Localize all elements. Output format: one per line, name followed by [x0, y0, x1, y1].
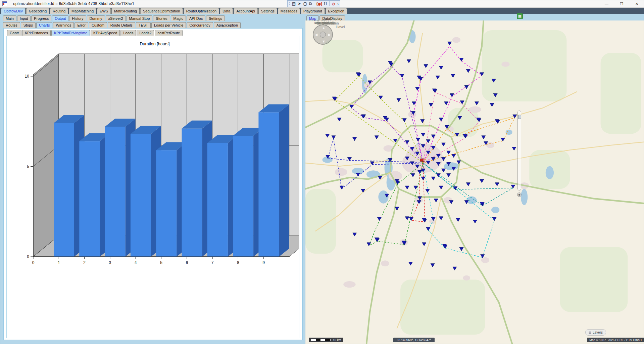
tab-output[interactable]: Output — [52, 15, 68, 21]
tab-playground[interactable]: Playground — [301, 8, 325, 14]
tab-charts[interactable]: Charts — [36, 22, 52, 28]
urban-area — [452, 37, 460, 43]
chart-x-tick-label: 1 — [58, 260, 60, 265]
lake — [521, 189, 528, 205]
title-bar: optimizationIdentifier.Id = 6d3e3cb5-3eb… — [0, 0, 644, 8]
tab-test[interactable]: TEST — [136, 22, 151, 28]
visibility-icon[interactable]: ◉ — [517, 192, 522, 197]
urban-area — [501, 61, 509, 67]
tab-api-doc[interactable]: API Doc — [187, 15, 205, 21]
scale-bar-segments — [311, 339, 331, 341]
tab-warnings[interactable]: Warnings — [53, 22, 74, 28]
tab-routing[interactable]: Routing — [50, 8, 68, 14]
tab-loads[interactable]: Loads — [120, 30, 136, 36]
tab-custom[interactable]: Custom — [89, 22, 107, 28]
chart-group-box: GanttKPI:DistancesKPI:TotalDrivingtimeKP… — [3, 28, 303, 340]
tab-history[interactable]: History — [69, 15, 86, 21]
tab-progress[interactable]: Progress — [31, 15, 51, 21]
scale-bar: 10 km — [309, 338, 343, 342]
scale-bar-label: 10 km — [333, 338, 341, 342]
tab-loads2[interactable]: Loads2 — [137, 30, 154, 36]
chart-x-tick-label: 4 — [135, 260, 137, 265]
tab-main[interactable]: Main — [3, 15, 16, 21]
tab-routes[interactable]: Routes — [3, 22, 20, 28]
tab-input[interactable]: Input — [17, 15, 31, 21]
tab-kpi-avgspeed[interactable]: KPI:AvgSpeed — [91, 30, 120, 36]
tab-data[interactable]: Data — [220, 8, 233, 14]
forest-area — [482, 30, 567, 101]
urban-area — [335, 168, 347, 176]
map-pan-compass[interactable]: ▲ ▼ ◀ ▶ — [313, 25, 333, 45]
tab-matrixrouting[interactable]: MatrixRouting — [111, 8, 140, 14]
zoom-slider-handle[interactable] — [518, 115, 521, 119]
tab-manual-stop[interactable]: Manual Stop — [127, 15, 153, 21]
chart-x-tick-label: 5 — [160, 260, 162, 265]
show-layout-icon[interactable]: ▢ — [303, 1, 307, 7]
bar-front-face — [54, 123, 74, 257]
tab-loads-per-vehicle[interactable]: Loads per Vehicle — [151, 22, 186, 28]
tab-gantt[interactable]: Gantt — [7, 30, 21, 36]
tab-costperroute[interactable]: costPerRoute — [155, 30, 183, 36]
tab-magic[interactable]: Magic — [171, 15, 186, 21]
toolbar-grip-icon[interactable]: ⁞⁞ — [289, 2, 290, 5]
tab-optflowdev[interactable]: OptflowDev — [1, 8, 26, 14]
pan-down-icon[interactable]: ▼ — [322, 40, 326, 43]
map-canvas[interactable]: Wittstock/Dosse○ Fürstenberg/HavelTempli… — [305, 20, 644, 344]
chart-y-tick-label: 10 — [25, 74, 30, 79]
toolbar-overflow-chevron-icon[interactable]: ‹ — [337, 1, 339, 6]
breakpoint-count-badge[interactable]: {◉} 11 — [316, 2, 327, 6]
lake — [466, 196, 477, 204]
tab-kpi-distances[interactable]: KPI:Distances — [22, 30, 51, 36]
tab-apiexception[interactable]: ApiException — [214, 22, 241, 28]
close-button[interactable]: ✕ — [629, 0, 644, 7]
tab-mapmatching[interactable]: MapMatching — [69, 8, 96, 14]
compass-center[interactable] — [320, 32, 326, 38]
tab-route-details[interactable]: Route Details — [108, 22, 135, 28]
tab-geocoding[interactable]: Geocoding — [26, 8, 49, 14]
lake — [444, 162, 458, 170]
tab-error[interactable]: Error — [75, 22, 88, 28]
forest-area — [323, 40, 363, 72]
map-tab-strip: MapDataDisplay — [306, 15, 346, 21]
tab-stories[interactable]: Stories — [153, 15, 170, 21]
chart-x-tick-label: 6 — [186, 260, 188, 265]
layers-button[interactable]: ≣Layers — [585, 329, 606, 336]
tab-accountapi[interactable]: AccountApi — [234, 8, 258, 14]
select-element-icon[interactable]: ➤ — [298, 1, 301, 7]
disable-breakpoints-icon[interactable]: ⊘ — [332, 1, 335, 6]
select-container-icon[interactable]: ⧉ — [309, 1, 312, 7]
tab-routeoptimization[interactable]: RouteOptimization — [184, 8, 219, 14]
tab-xserver2[interactable]: xServer2 — [106, 15, 126, 21]
maximize-button[interactable]: ❐ — [614, 0, 629, 7]
minimize-button[interactable]: — — [599, 0, 614, 7]
tab-exception[interactable]: Exception — [326, 8, 347, 14]
pan-right-icon[interactable]: ▶ — [328, 33, 331, 36]
tab-sequenceoptimization[interactable]: SequenceOptimization — [140, 8, 183, 14]
show-next-statement-icon[interactable]: ▤ — [292, 1, 296, 7]
tab-stops[interactable]: Stops — [21, 22, 36, 28]
tab-settings[interactable]: Settings — [258, 8, 277, 14]
tab-settings[interactable]: Settings — [206, 15, 225, 21]
tab-concurrency[interactable]: Concurrency — [187, 22, 213, 28]
bar-front-face — [258, 112, 279, 257]
tab-dummy[interactable]: Dummy — [87, 15, 105, 21]
bar-front-face — [207, 143, 228, 257]
map-mode-button[interactable]: ▦ — [517, 13, 523, 19]
tab-kpi-totaldrivingtime[interactable]: KPI:TotalDrivingtime — [51, 30, 90, 36]
forest-area — [601, 53, 641, 134]
debug-toolbar: ⁞⁞ ▤ ➤ ▢ ⧉ {◉} 11 ⊘ ‹ — [287, 0, 340, 7]
breakpoint-count: 11 — [324, 2, 327, 6]
pan-up-icon[interactable]: ▲ — [322, 26, 326, 30]
chart-x-tick-label: 0 — [32, 260, 35, 265]
chart-x-tick-label: 7 — [211, 260, 214, 265]
forest-area — [560, 247, 628, 312]
pan-left-icon[interactable]: ◀ — [315, 33, 317, 36]
tab-messages[interactable]: Messages — [278, 8, 300, 14]
tab-ews[interactable]: EWS — [97, 8, 111, 14]
zoom-slider[interactable] — [517, 111, 521, 190]
chart-title: Duration [hours] — [140, 42, 170, 46]
lake — [546, 166, 554, 179]
map-panel[interactable]: Wittstock/Dosse○ Fürstenberg/HavelTempli… — [305, 20, 644, 344]
chart-x-tick-label: 3 — [109, 260, 111, 265]
urban-area — [463, 275, 470, 281]
